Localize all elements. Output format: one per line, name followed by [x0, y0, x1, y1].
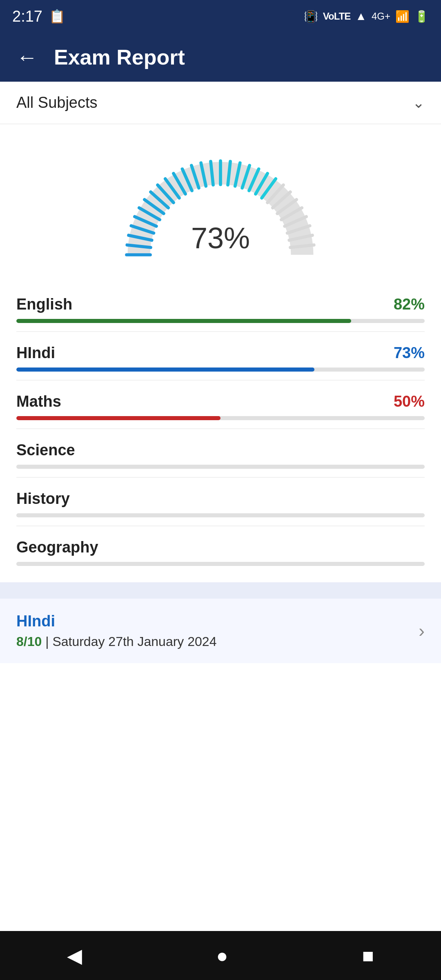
progress-bar-maths	[16, 416, 425, 420]
recent-exam-separator: |	[45, 634, 52, 649]
vibrate-icon: 📳	[304, 10, 318, 23]
subject-item-hindi: HIndi 73%	[0, 332, 441, 380]
recent-exam-date: Saturday 27th January 2024	[52, 634, 216, 649]
recent-exam-meta: 8/10 | Saturday 27th January 2024	[16, 634, 216, 649]
signal-icon: 4G+	[372, 11, 390, 22]
subject-item-english: English 82%	[0, 283, 441, 331]
app-header: ← Exam Report	[0, 33, 441, 82]
progress-fill-english	[16, 319, 351, 323]
status-time: 2:17 📋	[12, 8, 65, 25]
subject-item-science: Science	[0, 429, 441, 477]
subject-score-english: 82%	[394, 296, 425, 313]
subject-item-geography: Geography	[0, 526, 441, 574]
subject-name-english: English	[16, 296, 72, 313]
recent-exam-card[interactable]: HIndi 8/10 | Saturday 27th January 2024 …	[0, 599, 441, 663]
subject-item-history: History	[0, 478, 441, 526]
status-bar: 2:17 📋 📳 VoLTE ▲ 4G+ 📶 🔋	[0, 0, 441, 33]
progress-bar-geography	[16, 562, 425, 566]
chevron-down-icon: ⌄	[412, 94, 425, 111]
phone-icon: 📋	[49, 9, 65, 24]
dropdown-label: All Subjects	[16, 94, 98, 111]
subject-item-maths: Maths 50%	[0, 381, 441, 428]
wifi-icon: ▲	[355, 10, 367, 23]
progress-fill-hindi	[16, 368, 314, 372]
subject-dropdown[interactable]: All Subjects ⌄	[0, 82, 441, 124]
battery-icon: 🔋	[414, 10, 429, 23]
gauge-section: 73%	[0, 124, 441, 275]
bottom-navigation: ◀ ● ■	[0, 931, 441, 980]
back-button[interactable]: ←	[16, 45, 38, 69]
network-icon: 📶	[395, 10, 410, 23]
recent-exam-title: HIndi	[16, 612, 216, 630]
subject-score-maths: 50%	[394, 393, 425, 410]
recent-exam-content: HIndi 8/10 | Saturday 27th January 2024	[16, 612, 216, 649]
subject-score-hindi: 73%	[394, 344, 425, 362]
gauge-percentage: 73%	[191, 221, 250, 255]
progress-bar-science	[16, 465, 425, 469]
progress-bar-english	[16, 319, 425, 323]
bottom-spacer	[0, 663, 441, 794]
spacer	[0, 582, 441, 599]
progress-fill-maths	[16, 416, 220, 420]
nav-home-button[interactable]: ●	[216, 944, 228, 967]
progress-bar-hindi	[16, 368, 425, 372]
volte-icon: VoLTE	[323, 11, 350, 22]
nav-back-button[interactable]: ◀	[67, 944, 82, 967]
gauge-chart: 73%	[118, 149, 323, 263]
recent-exam-score: 8/10	[16, 634, 42, 649]
subject-name-science: Science	[16, 441, 75, 459]
status-icons: 📳 VoLTE ▲ 4G+ 📶 🔋	[304, 10, 429, 23]
subject-name-history: History	[16, 490, 70, 508]
time-label: 2:17	[12, 8, 42, 25]
subject-name-geography: Geography	[16, 539, 98, 556]
progress-bar-history	[16, 513, 425, 517]
subject-name-hindi: HIndi	[16, 344, 55, 362]
chevron-right-icon: ›	[419, 621, 425, 641]
subjects-list: English 82% HIndi 73% Maths 50% Science	[0, 275, 441, 582]
subject-name-maths: Maths	[16, 393, 61, 410]
nav-recents-button[interactable]: ■	[362, 944, 374, 967]
page-title: Exam Report	[54, 45, 185, 69]
